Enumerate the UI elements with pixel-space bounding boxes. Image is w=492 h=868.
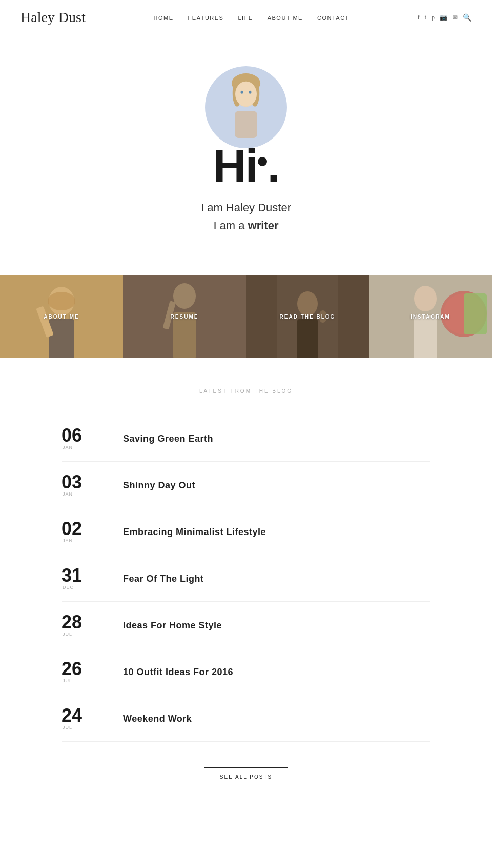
hero-line2-bold: writer — [248, 219, 279, 232]
footer: Haley Dust JUST LIVING THE LIFE AS IT GO… — [0, 838, 492, 868]
panel-instagram[interactable]: INSTAGRAM — [369, 275, 492, 358]
svg-point-7 — [249, 91, 251, 94]
blog-date-num-4: 31 — [61, 565, 82, 586]
blog-date-num-6: 26 — [61, 658, 82, 679]
blog-date-num-2: 03 — [61, 471, 82, 492]
email-icon[interactable]: ✉ — [453, 14, 458, 22]
blog-date-wrap-1: 06 JAN — [61, 426, 113, 450]
blog-date-month-7: JUL — [63, 725, 113, 730]
svg-point-6 — [241, 91, 243, 94]
blog-date-month-4: DEC — [63, 585, 113, 590]
blog-date-wrap-4: 31 DEC — [61, 566, 113, 590]
blog-date-num-1: 06 — [61, 425, 82, 446]
blog-item-4[interactable]: 31 DEC Fear Of The Light — [61, 555, 430, 602]
hero-line1: I am Haley Duster — [201, 201, 291, 214]
blog-date-month-1: JAN — [63, 445, 113, 450]
blog-date-month-6: JUL — [63, 678, 113, 683]
panels-grid: ABOUT ME RESUME READ THE BLOG — [0, 275, 492, 358]
nav-home[interactable]: HOME — [154, 15, 174, 21]
instagram-icon[interactable]: 📷 — [440, 14, 447, 22]
panel-instagram-label: INSTAGRAM — [369, 275, 492, 358]
blog-item-7[interactable]: 24 JUL Weekend Work — [61, 695, 430, 742]
greeting-text: Hi. — [20, 143, 471, 189]
blog-date-month-2: JAN — [63, 491, 113, 497]
blog-section: LATEST FROM THE BLOG 06 JAN Saving Green… — [0, 358, 492, 838]
blog-title-6: 10 Outfit Ideas For 2016 — [123, 667, 233, 678]
panel-about-me[interactable]: ABOUT ME — [0, 275, 123, 358]
avatar-wrap — [205, 66, 287, 148]
avatar-image — [210, 66, 282, 138]
nav-life[interactable]: LIFE — [238, 15, 253, 21]
blog-date-month-3: JAN — [63, 538, 113, 543]
blog-date-month-5: JUL — [63, 632, 113, 637]
facebook-icon[interactable]: f — [418, 14, 420, 22]
see-all-wrap: SEE ALL POSTS — [61, 767, 430, 786]
blog-date-wrap-5: 28 JUL — [61, 613, 113, 637]
nav-contact[interactable]: CONTACT — [317, 15, 350, 21]
panel-about-label: ABOUT ME — [0, 275, 123, 358]
navigation: Haley Dust HOME FEATURES LIFE ABOUT ME C… — [0, 0, 492, 35]
blog-title-7: Weekend Work — [123, 714, 192, 724]
hero-line2-prefix: I am a — [213, 219, 248, 232]
avatar — [205, 66, 287, 148]
blog-date-num-3: 02 — [61, 518, 82, 539]
blog-title-3: Embracing Minimalist Lifestyle — [123, 527, 266, 538]
blog-list: 06 JAN Saving Green Earth 03 JAN Shinny … — [61, 415, 430, 742]
blog-title-2: Shinny Day Out — [123, 480, 195, 491]
svg-rect-8 — [235, 111, 257, 139]
blog-date-num-5: 28 — [61, 611, 82, 633]
svg-point-5 — [235, 82, 257, 107]
hi-dot — [258, 157, 267, 166]
blog-date-wrap-6: 26 JUL — [61, 660, 113, 683]
blog-date-wrap-2: 03 JAN — [61, 473, 113, 497]
search-icon[interactable]: 🔍 — [463, 13, 471, 22]
blog-item-3[interactable]: 02 JAN Embracing Minimalist Lifestyle — [61, 508, 430, 555]
hero-subtitle: I am Haley Duster I am a writer — [20, 199, 471, 234]
blog-date-wrap-3: 02 JAN — [61, 520, 113, 543]
panel-blog-label: READ THE BLOG — [246, 275, 369, 358]
nav-about[interactable]: ABOUT ME — [268, 15, 303, 21]
blog-section-title: LATEST FROM THE BLOG — [61, 388, 430, 394]
nav-right: f t p 📷 ✉ 🔍 — [418, 13, 471, 22]
blog-item-2[interactable]: 03 JAN Shinny Day Out — [61, 462, 430, 508]
blog-title-1: Saving Green Earth — [123, 433, 213, 444]
panel-blog[interactable]: READ THE BLOG — [246, 275, 369, 358]
blog-item-1[interactable]: 06 JAN Saving Green Earth — [61, 415, 430, 462]
blog-item-6[interactable]: 26 JUL 10 Outfit Ideas For 2016 — [61, 648, 430, 695]
see-all-button[interactable]: SEE ALL POSTS — [204, 767, 288, 786]
twitter-icon[interactable]: t — [425, 14, 426, 22]
nav-links: HOME FEATURES LIFE ABOUT ME CONTACT — [154, 13, 350, 22]
nav-features[interactable]: FEATURES — [188, 15, 224, 21]
blog-title-5: Ideas For Home Style — [123, 620, 222, 631]
panel-resume-label: RESUME — [123, 275, 246, 358]
nav-logo[interactable]: Haley Dust — [20, 9, 86, 26]
blog-item-5[interactable]: 28 JUL Ideas For Home Style — [61, 602, 430, 648]
blog-title-4: Fear Of The Light — [123, 574, 204, 584]
blog-date-num-7: 24 — [61, 705, 82, 726]
blog-date-wrap-7: 24 JUL — [61, 706, 113, 730]
pinterest-icon[interactable]: p — [432, 14, 435, 22]
panel-resume[interactable]: RESUME — [123, 275, 246, 358]
hero-section: Hi. I am Haley Duster I am a writer — [0, 35, 492, 255]
